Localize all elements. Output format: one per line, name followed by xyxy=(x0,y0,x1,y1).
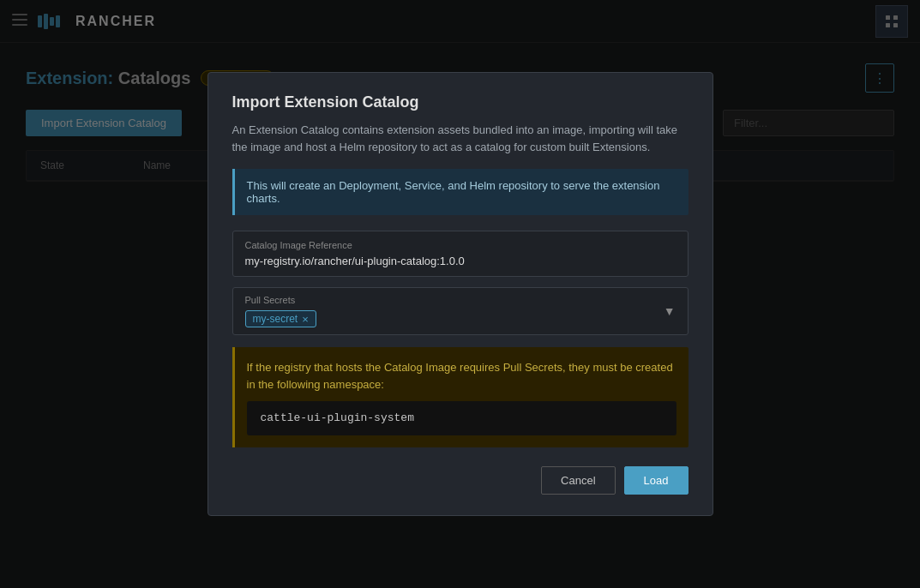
pull-secrets-field[interactable]: Pull Secrets my-secret × ▼ xyxy=(232,287,688,335)
catalog-image-label: Catalog Image Reference xyxy=(245,240,676,250)
warning-namespace: cattle-ui-plugin-system xyxy=(247,401,676,435)
cancel-button[interactable]: Cancel xyxy=(541,466,615,495)
catalog-image-value: my-registry.io/rancher/ui-plugin-catalog… xyxy=(245,255,676,267)
remove-secret-button[interactable]: × xyxy=(302,314,309,325)
modal-description: An Extension Catalog contains extension … xyxy=(232,122,688,155)
info-banner: This will create an Deployment, Service,… xyxy=(232,169,688,215)
modal-title: Import Extension Catalog xyxy=(232,93,688,111)
pull-secrets-tags: my-secret × xyxy=(245,310,664,327)
modal-footer: Cancel Load xyxy=(232,466,688,495)
secret-tag: my-secret × xyxy=(245,310,316,327)
pull-secrets-label: Pull Secrets xyxy=(245,295,664,305)
pull-secrets-left: Pull Secrets my-secret × xyxy=(245,295,664,327)
load-button[interactable]: Load xyxy=(624,466,688,495)
modal-overlay: Import Extension Catalog An Extension Ca… xyxy=(0,0,920,588)
warning-banner: If the registry that hosts the Catalog I… xyxy=(232,347,688,447)
dropdown-arrow-icon: ▼ xyxy=(664,304,676,318)
catalog-image-field[interactable]: Catalog Image Reference my-registry.io/r… xyxy=(232,231,688,277)
import-extension-catalog-modal: Import Extension Catalog An Extension Ca… xyxy=(207,72,713,516)
